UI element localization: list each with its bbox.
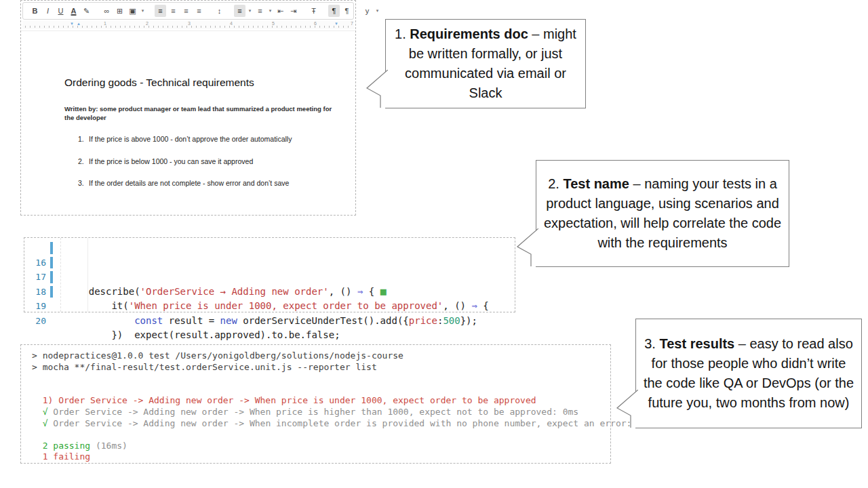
change-bar (50, 286, 53, 298)
terminal-token: > nodepractices@1.0.0 test /Users/yonigo… (32, 350, 403, 361)
indent-icon[interactable]: ⇥ (288, 5, 299, 17)
indent-marker-left[interactable]: ▲ (77, 22, 81, 26)
ruler-number: 2 (146, 21, 149, 26)
callout-term: Test name (563, 176, 629, 191)
code-line: 20 }) (24, 299, 515, 314)
toolbar-divider (21, 30, 355, 31)
align-left-icon[interactable]: ≡ (155, 5, 166, 17)
text-color-icon[interactable]: A (68, 5, 79, 17)
indent-marker-right[interactable]: ▼ (334, 22, 338, 26)
ruler-number: 3 (188, 21, 191, 26)
callout-term: Requirements doc (410, 26, 528, 41)
terminal-line-passing-test: √ Order Service -> Adding new order -> W… (32, 407, 610, 418)
bullet-list-icon[interactable]: ≡ (254, 5, 266, 17)
terminal-token: > mocha **/final-result/test.orderServic… (32, 362, 377, 372)
italic-icon[interactable]: I (42, 5, 54, 17)
terminal-line-failing-summary: 1 failing (32, 451, 610, 463)
link-icon[interactable]: ∞ (101, 5, 113, 17)
line-number: 20 (30, 314, 46, 329)
requirement-item: 3.If the order details are not complete … (78, 179, 289, 187)
terminal-token: Order Service -> Adding new order -> Whe… (47, 418, 652, 428)
code-token: }); (460, 315, 477, 326)
change-bar (50, 271, 53, 283)
numbered-list-icon[interactable]: ≡ (234, 5, 245, 17)
code-line: 18 const result = new orderServiceUnderT… (24, 270, 515, 285)
code-token: 500 (443, 315, 460, 326)
insert-image-icon[interactable]: ▣ (127, 5, 138, 17)
code-token: }) (66, 329, 123, 340)
test-code-panel: 16 describe('OrderService → Adding new o… (24, 237, 515, 312)
bold-icon[interactable]: B (29, 5, 41, 17)
requirement-item: 2.If the price is below 1000 - you can s… (78, 157, 253, 165)
paragraph-rtl-icon[interactable]: ¶ (341, 5, 353, 17)
callout-text: 1. Requirements doc – might be written f… (391, 24, 580, 103)
callout-term: Test results (659, 336, 734, 351)
callout-test-name: 2. Test name – naming your tests in a pr… (536, 160, 789, 267)
ruler-number: 1 (104, 21, 106, 26)
code-text: const result = new orderServiceUnderTest… (66, 314, 477, 329)
line-spacing-icon[interactable]: ↕ (214, 5, 225, 17)
callout-prefix: 3. (644, 336, 659, 351)
item-number: 3. (78, 179, 89, 187)
item-number: 1. (78, 135, 89, 143)
terminal-line-passing-test: √ Order Service -> Adding new order -> W… (32, 418, 610, 430)
code-line: 17 it('When price is under 1000, expect … (24, 256, 515, 270)
code-token: price (409, 315, 437, 326)
callout-tail (615, 390, 638, 428)
terminal-blank-line (32, 373, 610, 384)
test-results-panel: > nodepractices@1.0.0 test /Users/yonigo… (20, 344, 611, 464)
callout-text: 3. Test results – easy to read also for … (642, 334, 856, 413)
check-icon: √ (32, 407, 47, 417)
requirement-item: 1.If the price is above 1000 - don’t app… (78, 135, 292, 143)
justify-icon[interactable]: ≡ (193, 5, 205, 17)
callout-prefix: 2. (548, 176, 563, 191)
numbered-list-dropdown-icon[interactable]: ▾ (247, 5, 253, 17)
indent-marker-first-line[interactable]: ▼ (70, 22, 74, 26)
change-bar (50, 242, 53, 254)
code-line: 19 expect(result.approved).to.be.false; (24, 285, 515, 300)
terminal-blank-line (32, 429, 610, 441)
code-token: const (134, 315, 163, 326)
ruler-ticks (25, 26, 351, 28)
code-token: result = (163, 315, 220, 326)
align-right-icon[interactable]: ≡ (180, 5, 192, 17)
paragraph-ltr-icon[interactable]: ¶ (328, 5, 340, 17)
code-text: }) (66, 328, 123, 343)
terminal-blank-line (32, 384, 610, 396)
terminal-line: > nodepractices@1.0.0 test /Users/yonigo… (32, 350, 610, 362)
callout-tail (365, 70, 388, 108)
more-y-icon[interactable]: y (361, 5, 373, 17)
slide: B I U A ✎ ∞ ⊞ ▣ ▾ ≡ ≡ ≡ ≡ ↕ ≡ ▾ ≡ ▾ ⇤ ⇥ … (0, 0, 868, 488)
terminal-line-failing-test: 1) Order Service -> Adding new order -> … (32, 395, 610, 407)
code-token: new (220, 315, 237, 326)
code-token (66, 315, 134, 326)
more-dropdown-icon[interactable]: ▾ (374, 5, 380, 17)
image-dropdown-icon[interactable]: ▾ (140, 5, 146, 17)
code-token: orderServiceUnderTest().add({ (237, 315, 409, 326)
outdent-icon[interactable]: ⇤ (275, 5, 286, 17)
ruler-number: 7 (351, 21, 353, 26)
bullet-list-dropdown-icon[interactable]: ▾ (267, 5, 273, 17)
callout-text: 2. Test name – naming your tests in a pr… (542, 174, 783, 253)
underline-icon[interactable]: U (55, 5, 66, 17)
callout-test-results: 3. Test results – easy to read also for … (635, 319, 862, 428)
check-icon: √ (32, 418, 47, 428)
add-comment-icon[interactable]: ⊞ (114, 5, 125, 17)
align-center-icon[interactable]: ≡ (167, 5, 179, 17)
doc-byline: Written by: some product manager or team… (64, 104, 336, 122)
terminal-line-passing-summary: 2 passing (16ms) (32, 441, 610, 452)
docs-ruler: 1 2 3 4 5 6 7 ▼ ▲ ▼ (22, 21, 354, 29)
change-bar (50, 257, 53, 269)
item-number: 2. (78, 157, 89, 165)
highlight-icon[interactable]: ✎ (81, 5, 92, 17)
clear-formatting-icon[interactable]: Ŧ (308, 5, 319, 17)
item-text: If the price is below 1000 - you can sav… (89, 157, 253, 165)
callout-prefix: 1. (395, 26, 410, 41)
ruler-number: 4 (230, 21, 233, 26)
item-text: If the price is above 1000 - don’t appro… (89, 135, 292, 143)
ruler-number: 6 (314, 21, 317, 26)
callout-tail (515, 228, 538, 266)
terminal-token: 1) Order Service -> Adding new order -> … (32, 395, 536, 405)
callout-requirements-doc: 1. Requirements doc – might be written f… (385, 19, 586, 108)
terminal-token: 2 passing (32, 441, 90, 451)
